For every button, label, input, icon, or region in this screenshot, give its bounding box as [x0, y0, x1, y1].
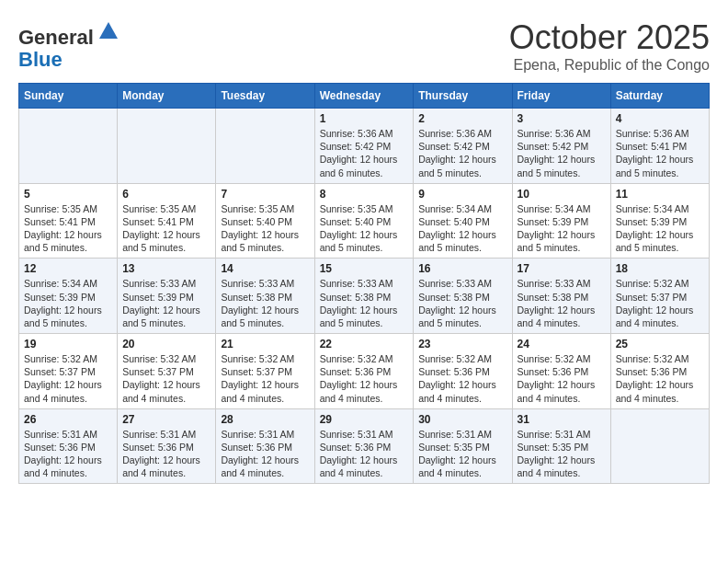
calendar-cell: 26Sunrise: 5:31 AMSunset: 5:36 PMDayligh…	[19, 408, 118, 484]
day-info: Sunrise: 5:35 AMSunset: 5:41 PMDaylight:…	[122, 202, 210, 255]
col-header-friday: Friday	[512, 84, 610, 109]
calendar-cell: 19Sunrise: 5:32 AMSunset: 5:37 PMDayligh…	[19, 334, 118, 409]
calendar-week-1: 1Sunrise: 5:36 AMSunset: 5:42 PMDaylight…	[19, 109, 710, 184]
day-info: Sunrise: 5:33 AMSunset: 5:38 PMDaylight:…	[418, 277, 506, 329]
calendar-cell: 28Sunrise: 5:31 AMSunset: 5:36 PMDayligh…	[216, 408, 314, 484]
day-number: 22	[320, 338, 409, 350]
day-info: Sunrise: 5:36 AMSunset: 5:42 PMDaylight:…	[418, 127, 506, 179]
day-info: Sunrise: 5:33 AMSunset: 5:38 PMDaylight:…	[320, 277, 409, 329]
day-number: 17	[518, 262, 606, 275]
day-info: Sunrise: 5:31 AMSunset: 5:36 PMDaylight:…	[122, 428, 210, 480]
day-info: Sunrise: 5:32 AMSunset: 5:37 PMDaylight:…	[122, 352, 210, 405]
day-info: Sunrise: 5:35 AMSunset: 5:40 PMDaylight:…	[320, 202, 409, 255]
calendar-cell: 5Sunrise: 5:35 AMSunset: 5:41 PMDaylight…	[19, 183, 118, 259]
calendar-cell: 22Sunrise: 5:32 AMSunset: 5:36 PMDayligh…	[314, 334, 414, 409]
col-header-tuesday: Tuesday	[216, 84, 314, 109]
day-info: Sunrise: 5:34 AMSunset: 5:39 PMDaylight:…	[616, 202, 704, 255]
calendar-cell: 23Sunrise: 5:32 AMSunset: 5:36 PMDayligh…	[414, 334, 512, 409]
page-header: General Blue October 2025 Epena, Republi…	[18, 18, 710, 74]
day-info: Sunrise: 5:32 AMSunset: 5:36 PMDaylight:…	[418, 352, 506, 405]
svg-marker-0	[99, 22, 118, 39]
col-header-saturday: Saturday	[610, 84, 709, 109]
calendar-cell	[610, 408, 709, 484]
day-number: 21	[221, 338, 309, 350]
day-info: Sunrise: 5:32 AMSunset: 5:37 PMDaylight:…	[616, 277, 704, 329]
calendar-cell: 8Sunrise: 5:35 AMSunset: 5:40 PMDaylight…	[314, 183, 414, 259]
calendar-cell: 29Sunrise: 5:31 AMSunset: 5:36 PMDayligh…	[314, 408, 414, 484]
calendar-week-2: 5Sunrise: 5:35 AMSunset: 5:41 PMDaylight…	[19, 183, 710, 259]
day-info: Sunrise: 5:31 AMSunset: 5:36 PMDaylight:…	[24, 428, 112, 480]
col-header-thursday: Thursday	[414, 84, 512, 109]
calendar-cell: 1Sunrise: 5:36 AMSunset: 5:42 PMDaylight…	[314, 109, 414, 184]
day-number: 8	[320, 188, 409, 201]
day-number: 2	[418, 112, 506, 125]
calendar-cell: 30Sunrise: 5:31 AMSunset: 5:35 PMDayligh…	[414, 408, 512, 484]
calendar-cell: 27Sunrise: 5:31 AMSunset: 5:36 PMDayligh…	[118, 408, 216, 484]
day-number: 5	[24, 188, 112, 201]
calendar-cell: 4Sunrise: 5:36 AMSunset: 5:41 PMDaylight…	[610, 109, 709, 184]
day-number: 14	[221, 262, 309, 275]
col-header-sunday: Sunday	[19, 84, 118, 109]
day-info: Sunrise: 5:32 AMSunset: 5:37 PMDaylight:…	[221, 352, 309, 405]
day-number: 7	[221, 188, 309, 201]
day-number: 24	[518, 338, 606, 350]
day-number: 18	[616, 262, 704, 275]
calendar-cell: 25Sunrise: 5:32 AMSunset: 5:36 PMDayligh…	[610, 334, 709, 409]
day-number: 13	[122, 262, 210, 275]
calendar-table: SundayMondayTuesdayWednesdayThursdayFrid…	[18, 83, 710, 484]
day-number: 23	[418, 338, 506, 350]
day-info: Sunrise: 5:34 AMSunset: 5:40 PMDaylight:…	[418, 202, 506, 255]
day-info: Sunrise: 5:32 AMSunset: 5:36 PMDaylight:…	[320, 352, 409, 405]
day-info: Sunrise: 5:36 AMSunset: 5:42 PMDaylight:…	[320, 127, 409, 179]
calendar-cell: 21Sunrise: 5:32 AMSunset: 5:37 PMDayligh…	[216, 334, 314, 409]
calendar-cell: 11Sunrise: 5:34 AMSunset: 5:39 PMDayligh…	[610, 183, 709, 259]
day-number: 29	[320, 413, 409, 426]
day-number: 16	[418, 262, 506, 275]
calendar-cell: 15Sunrise: 5:33 AMSunset: 5:38 PMDayligh…	[314, 259, 414, 334]
day-number: 9	[418, 188, 506, 201]
day-info: Sunrise: 5:32 AMSunset: 5:36 PMDaylight:…	[616, 352, 704, 405]
day-number: 26	[24, 413, 112, 426]
day-info: Sunrise: 5:33 AMSunset: 5:38 PMDaylight:…	[518, 277, 606, 329]
title-block: October 2025 Epena, Republic of the Cong…	[509, 18, 710, 74]
calendar-cell: 24Sunrise: 5:32 AMSunset: 5:36 PMDayligh…	[512, 334, 610, 409]
logo: General Blue	[18, 18, 121, 71]
calendar-cell	[118, 109, 216, 184]
calendar-cell: 13Sunrise: 5:33 AMSunset: 5:39 PMDayligh…	[118, 259, 216, 334]
calendar-cell: 16Sunrise: 5:33 AMSunset: 5:38 PMDayligh…	[414, 259, 512, 334]
calendar-cell: 12Sunrise: 5:34 AMSunset: 5:39 PMDayligh…	[19, 259, 118, 334]
day-info: Sunrise: 5:31 AMSunset: 5:35 PMDaylight:…	[518, 428, 606, 480]
day-info: Sunrise: 5:35 AMSunset: 5:40 PMDaylight:…	[221, 202, 309, 255]
day-info: Sunrise: 5:34 AMSunset: 5:39 PMDaylight:…	[24, 277, 112, 329]
calendar-week-4: 19Sunrise: 5:32 AMSunset: 5:37 PMDayligh…	[19, 334, 710, 409]
day-info: Sunrise: 5:31 AMSunset: 5:36 PMDaylight:…	[221, 428, 309, 480]
day-number: 19	[24, 338, 112, 350]
day-number: 10	[518, 188, 606, 201]
calendar-cell: 2Sunrise: 5:36 AMSunset: 5:42 PMDaylight…	[414, 109, 512, 184]
month-title: October 2025	[509, 18, 710, 57]
logo-icon	[96, 18, 121, 44]
calendar-cell: 18Sunrise: 5:32 AMSunset: 5:37 PMDayligh…	[610, 259, 709, 334]
calendar-cell: 6Sunrise: 5:35 AMSunset: 5:41 PMDaylight…	[118, 183, 216, 259]
day-number: 11	[616, 188, 704, 201]
day-number: 25	[616, 338, 704, 350]
day-info: Sunrise: 5:33 AMSunset: 5:39 PMDaylight:…	[122, 277, 210, 329]
calendar-cell	[19, 109, 118, 184]
day-number: 27	[122, 413, 210, 426]
calendar-cell: 9Sunrise: 5:34 AMSunset: 5:40 PMDaylight…	[414, 183, 512, 259]
day-info: Sunrise: 5:36 AMSunset: 5:41 PMDaylight:…	[616, 127, 704, 179]
calendar-cell: 31Sunrise: 5:31 AMSunset: 5:35 PMDayligh…	[512, 408, 610, 484]
calendar-cell: 10Sunrise: 5:34 AMSunset: 5:39 PMDayligh…	[512, 183, 610, 259]
day-info: Sunrise: 5:32 AMSunset: 5:36 PMDaylight:…	[518, 352, 606, 405]
day-number: 12	[24, 262, 112, 275]
calendar-week-3: 12Sunrise: 5:34 AMSunset: 5:39 PMDayligh…	[19, 259, 710, 334]
day-number: 15	[320, 262, 409, 275]
day-number: 1	[320, 112, 409, 125]
col-header-monday: Monday	[118, 84, 216, 109]
day-info: Sunrise: 5:34 AMSunset: 5:39 PMDaylight:…	[518, 202, 606, 255]
day-info: Sunrise: 5:31 AMSunset: 5:35 PMDaylight:…	[418, 428, 506, 480]
day-number: 20	[122, 338, 210, 350]
calendar-cell: 17Sunrise: 5:33 AMSunset: 5:38 PMDayligh…	[512, 259, 610, 334]
day-number: 31	[518, 413, 606, 426]
location-title: Epena, Republic of the Congo	[509, 57, 710, 74]
